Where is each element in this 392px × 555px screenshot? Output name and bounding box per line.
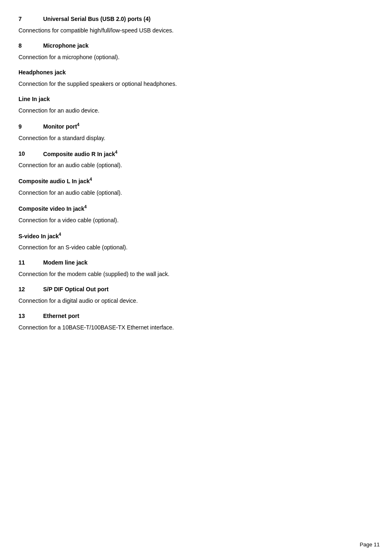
section-header-1: 8Microphone jack: [18, 42, 374, 49]
section-number-11: 13: [18, 313, 43, 319]
section-3: Line In jackConnection for an audio devi…: [18, 96, 374, 115]
section-number-0: 7: [18, 16, 43, 22]
section-title-8: S-video In jack4: [18, 232, 374, 240]
section-2: Headphones jackConnection for the suppli…: [18, 69, 374, 88]
section-desc-1: Connection for a microphone (optional).: [18, 53, 374, 62]
section-8: S-video In jack4Connection for an S-vide…: [18, 232, 374, 252]
section-title-9: Modem line jack: [43, 259, 88, 266]
section-desc-11: Connection for a 10BASE-T/100BASE-TX Eth…: [18, 323, 374, 332]
section-number-1: 8: [18, 42, 43, 49]
section-title-0: Universal Serial Bus (USB 2.0) ports (4): [43, 16, 150, 22]
section-5: 10Composite audio R In jack4Connection f…: [18, 150, 374, 170]
section-9: 11Modem line jackConnection for the mode…: [18, 259, 374, 279]
section-desc-6: Connection for an audio cable (optional)…: [18, 189, 374, 197]
section-desc-5: Connection for an audio cable (optional)…: [18, 161, 374, 170]
section-header-4: 9Monitor port4: [18, 122, 374, 130]
section-superscript-8: 4: [59, 232, 61, 237]
section-title-5: Composite audio R In jack4: [43, 150, 118, 157]
section-desc-4: Connection for a standard display.: [18, 134, 374, 143]
section-title-3: Line In jack: [18, 96, 374, 102]
section-number-4: 9: [18, 123, 43, 130]
section-0: 7Universal Serial Bus (USB 2.0) ports (4…: [18, 16, 374, 35]
section-title-6: Composite audio L In jack4: [18, 177, 374, 184]
section-1: 8Microphone jackConnection for a microph…: [18, 42, 374, 62]
section-desc-10: Connection for a digital audio or optica…: [18, 297, 374, 305]
section-superscript-6: 4: [90, 177, 92, 182]
section-title-1: Microphone jack: [43, 42, 88, 49]
section-superscript-7: 4: [84, 205, 87, 209]
section-7: Composite video In jack4Connection for a…: [18, 205, 374, 225]
section-4: 9Monitor port4Connection for a standard …: [18, 122, 374, 143]
section-number-10: 12: [18, 286, 43, 292]
section-title-11: Ethernet port: [43, 313, 79, 319]
section-header-11: 13Ethernet port: [18, 313, 374, 319]
page-number: Page 11: [360, 541, 380, 548]
section-header-0: 7Universal Serial Bus (USB 2.0) ports (4…: [18, 16, 374, 22]
page-content: 7Universal Serial Bus (USB 2.0) ports (4…: [0, 0, 392, 362]
section-title-10: S/P DIF Optical Out port: [43, 286, 108, 292]
section-title-4: Monitor port4: [43, 122, 79, 130]
section-desc-9: Connection for the modem cable (supplied…: [18, 270, 374, 279]
section-number-5: 10: [18, 150, 43, 157]
section-superscript-5: 4: [115, 150, 118, 154]
section-desc-3: Connection for an audio device.: [18, 106, 374, 115]
section-desc-2: Connection for the supplied speakers or …: [18, 80, 374, 88]
section-6: Composite audio L In jack4Connection for…: [18, 177, 374, 197]
section-header-10: 12S/P DIF Optical Out port: [18, 286, 374, 292]
section-number-9: 11: [18, 259, 43, 266]
section-10: 12S/P DIF Optical Out portConnection for…: [18, 286, 374, 305]
section-desc-8: Connection for an S-video cable (optiona…: [18, 243, 374, 252]
section-desc-0: Connections for compatible high/full/low…: [18, 26, 374, 35]
section-header-5: 10Composite audio R In jack4: [18, 150, 374, 157]
section-title-2: Headphones jack: [18, 69, 374, 76]
section-desc-7: Connection for a video cable (optional).: [18, 216, 374, 225]
section-title-7: Composite video In jack4: [18, 205, 374, 212]
section-11: 13Ethernet portConnection for a 10BASE-T…: [18, 313, 374, 332]
section-header-9: 11Modem line jack: [18, 259, 374, 266]
section-superscript-4: 4: [77, 122, 79, 127]
